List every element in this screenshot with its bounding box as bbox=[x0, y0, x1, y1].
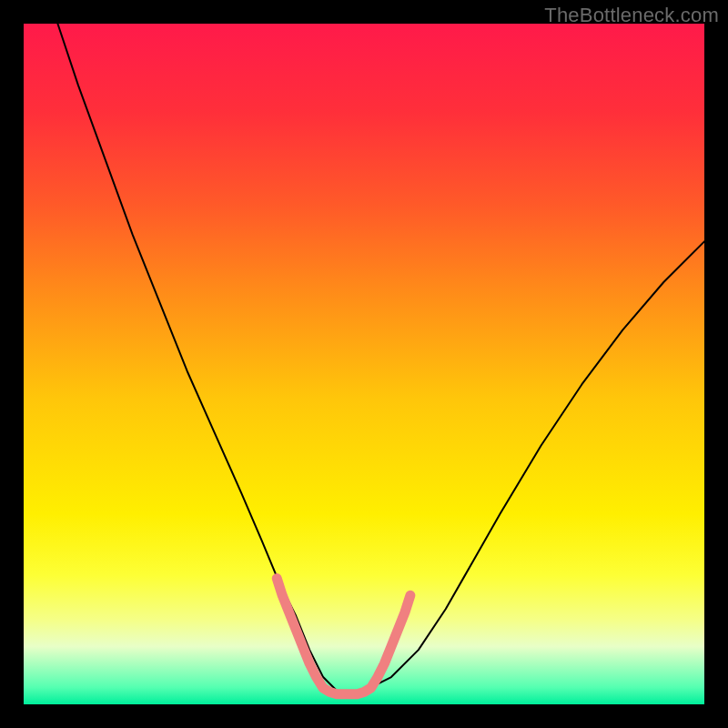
chart-container: TheBottleneck.com bbox=[0, 0, 728, 728]
chart-background bbox=[24, 24, 704, 704]
bottleneck-chart bbox=[24, 24, 704, 704]
